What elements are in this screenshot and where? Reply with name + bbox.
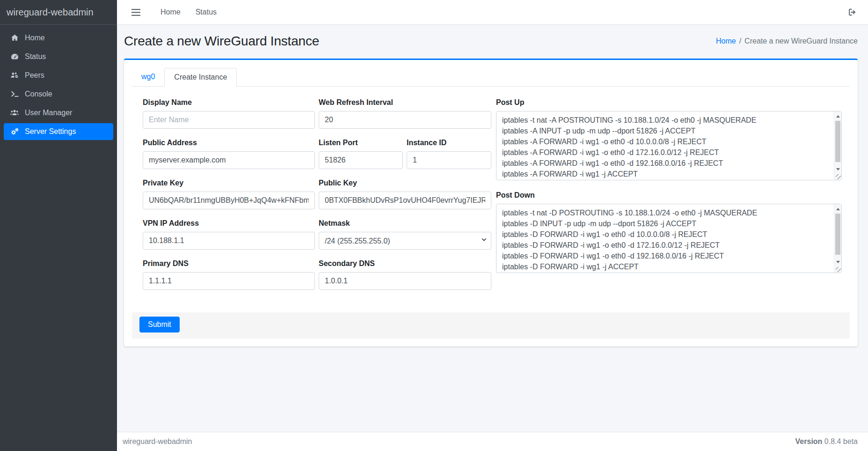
brand-link[interactable]: wireguard-webadmin: [0, 0, 117, 25]
post-down-label: Post Down: [496, 190, 842, 201]
resize-grip-icon[interactable]: [836, 174, 841, 179]
footer-version-value: 0.8.4 beta: [824, 437, 858, 445]
navbar-link-status[interactable]: Status: [188, 8, 224, 16]
tab-create-instance[interactable]: Create Instance: [164, 68, 237, 87]
terminal-icon: [7, 89, 22, 98]
web-refresh-interval-input[interactable]: [319, 111, 491, 129]
form-left-column: Display Name Web Refresh Interval: [143, 97, 491, 298]
public-key-input[interactable]: [319, 192, 491, 209]
page-footer: wireguard-webadmin Version 0.8.4 beta: [117, 432, 868, 451]
sidebar-item-label: Home: [25, 34, 45, 42]
scroll-thumb[interactable]: [835, 214, 840, 255]
home-icon: [7, 33, 22, 42]
post-down-scrollbar[interactable]: [834, 204, 841, 273]
gauge-icon: [7, 52, 22, 61]
primary-dns-label: Primary DNS: [143, 258, 315, 269]
post-up-wrapper: iptables -t nat -A POSTROUTING -s 10.188…: [496, 111, 842, 180]
post-down-wrapper: iptables -t nat -D POSTROUTING -s 10.188…: [496, 204, 842, 273]
secondary-dns-label: Secondary DNS: [319, 258, 491, 269]
top-navbar: Home Status: [117, 0, 868, 25]
breadcrumb: Home/Create a new WireGuard Instance: [716, 37, 858, 45]
netmask-label: Netmask: [319, 218, 491, 229]
sidebar-item-peers[interactable]: Peers: [4, 67, 113, 83]
sidebar-item-label: Peers: [25, 71, 44, 80]
public-key-label: Public Key: [319, 177, 491, 189]
breadcrumb-current: Create a new WireGuard Instance: [744, 37, 858, 45]
app-root: wireguard-webadmin Home Status Peers: [0, 0, 868, 451]
display-name-input[interactable]: [143, 111, 315, 129]
card-footer: Submit: [132, 312, 850, 339]
private-key-input[interactable]: [143, 192, 315, 209]
scroll-thumb[interactable]: [835, 121, 840, 162]
listen-port-label: Listen Port: [319, 137, 403, 148]
sidebar-item-user-manager[interactable]: User Manager: [4, 104, 113, 121]
sidebar-item-console[interactable]: Console: [4, 86, 113, 102]
content: Create a new WireGuard Instance Home/Cre…: [117, 25, 868, 432]
breadcrumb-home-link[interactable]: Home: [716, 37, 736, 45]
public-address-label: Public Address: [143, 137, 315, 148]
post-up-textarea[interactable]: iptables -t nat -A POSTROUTING -s 10.188…: [496, 111, 842, 180]
instance-tabs: wg0 Create Instance: [132, 68, 850, 87]
logout-icon[interactable]: [847, 7, 857, 17]
instance-form: Display Name Web Refresh Interval: [132, 87, 850, 298]
post-up-label: Post Up: [496, 97, 842, 108]
public-address-input[interactable]: [143, 151, 315, 169]
vpn-ip-address-label: VPN IP Address: [143, 218, 315, 229]
gears-icon: [7, 127, 22, 136]
menu-icon[interactable]: [131, 8, 141, 16]
footer-app-name: wireguard-webadmin: [123, 437, 192, 446]
web-refresh-interval-label: Web Refresh Interval: [319, 97, 491, 108]
users-gear-icon: [7, 71, 22, 80]
private-key-label: Private Key: [143, 177, 315, 189]
sidebar-item-server-settings[interactable]: Server Settings: [4, 123, 113, 140]
sidebar-item-label: Console: [25, 90, 52, 98]
scroll-down-arrow-icon[interactable]: [836, 168, 840, 170]
tab-wg0[interactable]: wg0: [132, 68, 164, 86]
main-area: Home Status Create a new WireGuard Insta…: [117, 0, 868, 451]
post-down-textarea[interactable]: iptables -t nat -D POSTROUTING -s 10.188…: [496, 204, 842, 273]
scroll-up-arrow-icon[interactable]: [836, 208, 840, 210]
navbar-link-home[interactable]: Home: [153, 8, 188, 16]
sidebar: wireguard-webadmin Home Status Peers: [0, 0, 117, 451]
footer-version: Version 0.8.4 beta: [795, 437, 858, 446]
scroll-down-arrow-icon[interactable]: [836, 261, 840, 263]
primary-dns-input[interactable]: [143, 272, 315, 290]
card-body: wg0 Create Instance Display Name: [124, 60, 858, 347]
users-icon: [7, 108, 22, 117]
instance-id-label: Instance ID: [407, 137, 491, 148]
sidebar-item-label: User Manager: [25, 109, 72, 117]
content-header: Create a new WireGuard Instance Home/Cre…: [124, 34, 858, 49]
scroll-up-arrow-icon[interactable]: [836, 115, 840, 118]
page-title: Create a new WireGuard Instance: [124, 34, 319, 49]
submit-button[interactable]: Submit: [139, 317, 180, 333]
sidebar-item-label: Status: [25, 52, 46, 61]
sidebar-item-status[interactable]: Status: [4, 48, 113, 65]
sidebar-nav: Home Status Peers Console: [0, 25, 117, 147]
secondary-dns-input[interactable]: [319, 272, 491, 290]
breadcrumb-separator: /: [739, 37, 741, 45]
instance-card: wg0 Create Instance Display Name: [124, 59, 858, 347]
sidebar-item-home[interactable]: Home: [4, 30, 113, 46]
resize-grip-icon[interactable]: [836, 267, 841, 272]
instance-id-input[interactable]: [407, 151, 491, 169]
netmask-select[interactable]: /24 (255.255.255.0): [319, 232, 491, 250]
post-up-scrollbar[interactable]: [834, 111, 841, 180]
form-right-column: Post Up iptables -t nat -A POSTROUTING -…: [496, 97, 842, 298]
footer-version-label: Version: [795, 437, 823, 445]
listen-port-input[interactable]: [319, 151, 403, 169]
vpn-ip-address-input[interactable]: [143, 232, 315, 250]
display-name-label: Display Name: [143, 97, 315, 108]
sidebar-item-label: Server Settings: [25, 127, 76, 136]
